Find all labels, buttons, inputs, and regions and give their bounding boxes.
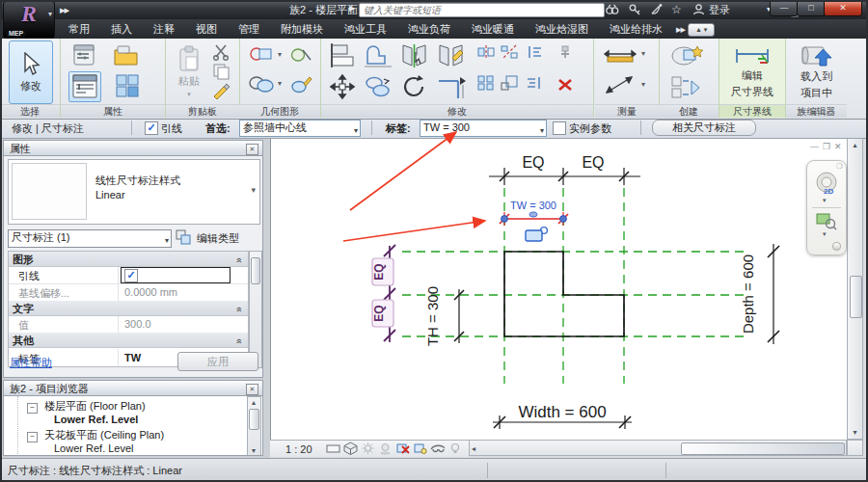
delete-icon[interactable] <box>556 77 574 93</box>
split-with-gap-icon[interactable] <box>437 42 466 67</box>
copy-element-icon[interactable] <box>364 75 393 98</box>
sun-path-icon[interactable] <box>361 442 375 455</box>
family-types-grid-icon[interactable] <box>115 73 140 98</box>
chevron-down-icon[interactable]: ▾ <box>823 230 827 238</box>
tab-hongye-load[interactable]: 鸿业负荷 <box>397 19 461 39</box>
match-type-icon[interactable] <box>212 83 233 100</box>
tab-view[interactable]: 视图 <box>185 19 228 39</box>
trim-corner-icon[interactable] <box>437 73 468 100</box>
split-element-icon[interactable] <box>400 42 429 67</box>
collapse-chevron-icon[interactable]: » <box>231 338 247 344</box>
maximize-button[interactable]: □ <box>797 0 826 16</box>
edit-type-icon[interactable] <box>176 229 193 246</box>
depth-dimension[interactable]: Depth = 600 <box>740 244 779 344</box>
tab-hongye-hvac[interactable]: 鸿业暖通 <box>461 19 525 39</box>
title-flyout-icon[interactable]: ▶ <box>349 4 355 13</box>
scroll-down-icon[interactable]: ▾ <box>848 428 862 437</box>
horizontal-scroll-thumb[interactable] <box>681 442 845 455</box>
minimize-button[interactable]: — <box>770 0 799 16</box>
section-other[interactable]: 其他» <box>9 333 248 348</box>
filter-select[interactable]: 尺寸标注 (1)▾ <box>8 229 172 248</box>
panel-clipboard-label[interactable]: 剪贴板 <box>166 104 239 118</box>
horizontal-scrollbar[interactable]: ◂ <box>469 440 847 456</box>
pin-icon[interactable] <box>556 44 574 60</box>
logo-dropdown-icon[interactable]: ▾ <box>48 10 52 18</box>
move-icon[interactable] <box>329 73 356 100</box>
tab-annotate[interactable]: 注释 <box>143 19 185 39</box>
paste-button[interactable]: 粘贴▾ <box>172 40 206 102</box>
user-icon[interactable] <box>692 3 706 16</box>
collapse-chevron-icon[interactable]: » <box>231 257 247 263</box>
properties-palette-icon[interactable] <box>68 71 101 102</box>
close-button[interactable]: ✕ <box>824 0 862 16</box>
signin-label[interactable]: 登录 <box>709 3 730 17</box>
tab-hongye-tools[interactable]: 鸿业工具 <box>334 19 397 39</box>
tag-select[interactable]: TW = 300▾ <box>420 120 547 137</box>
panel-create-label[interactable]: 创建 <box>659 104 719 118</box>
zoom-icon[interactable] <box>816 211 837 230</box>
scroll-up-icon[interactable]: ▴ <box>848 141 862 149</box>
tree-item-lower-ref-level-2[interactable]: Lower Ref. Level <box>54 442 134 454</box>
drawing-area[interactable]: EQ EQ TW = 300 EQ EQ TH = 300 <box>270 138 848 440</box>
join-icon[interactable] <box>247 73 276 94</box>
tree-item-lower-ref-level[interactable]: Lower Ref. Level <box>54 414 138 425</box>
browser-scrollbar[interactable]: ▴ ▾ <box>247 396 261 456</box>
section-graphics[interactable]: 图形» <box>9 252 248 267</box>
witness-grip[interactable] <box>560 216 567 223</box>
reveal-hidden-icon[interactable] <box>449 442 464 455</box>
binoculars-icon[interactable] <box>605 3 619 16</box>
panel-witness-label[interactable]: 尺寸界线 <box>719 104 785 118</box>
row-baseline-offset[interactable]: 基线偏移... 0.0000 mm <box>9 284 248 302</box>
cope-dropdown-icon[interactable]: ▾ <box>278 50 282 59</box>
scale-icon[interactable] <box>501 75 518 91</box>
navbar-options-icon[interactable] <box>832 242 841 251</box>
align-icon[interactable] <box>329 42 356 67</box>
eq-dimension-left[interactable]: EQ EQ <box>372 245 395 342</box>
family-types-icon[interactable] <box>72 43 97 68</box>
offset-icon[interactable] <box>364 42 393 67</box>
mirror-axis-icon[interactable] <box>501 44 518 60</box>
edit-witness-lines-button[interactable]: 编辑尺寸界线 <box>723 40 781 104</box>
edit-type-button[interactable]: 编辑类型 <box>197 231 239 246</box>
scroll-left-icon[interactable]: ◂ <box>472 444 475 453</box>
join-dropdown-icon[interactable]: ▾ <box>278 79 282 88</box>
type-selector[interactable]: 线性尺寸标注样式Linear ▾ <box>8 159 260 225</box>
measure-icon[interactable] <box>603 46 637 64</box>
mirror-icon[interactable] <box>477 44 495 60</box>
witness-grip[interactable] <box>502 216 508 223</box>
instance-parameter-checkbox[interactable] <box>553 121 566 135</box>
family-geometry[interactable] <box>504 252 624 336</box>
navbar-close-icon[interactable]: ❍ <box>836 162 843 171</box>
tree-collapse-icon[interactable]: − <box>27 403 38 414</box>
shadows-icon[interactable] <box>378 442 393 455</box>
leader-value-cell[interactable]: ✓ <box>121 267 231 283</box>
row-leader[interactable]: 引线 ✓ <box>9 267 248 284</box>
width-dimension[interactable]: Width = 600 <box>493 403 632 429</box>
leader-param-checkbox[interactable]: ✓ <box>124 269 138 282</box>
panel-properties-label[interactable]: 属性 <box>61 104 165 118</box>
dimension-icon[interactable] <box>603 73 637 96</box>
paint-icon[interactable] <box>289 75 314 94</box>
tab-hongye-psychro[interactable]: 鸿业焓湿图 <box>525 19 599 39</box>
related-dimensions-button[interactable]: 相关尺寸标注 <box>652 120 756 136</box>
quick-access-expand-icon[interactable]: ▸▸ <box>60 4 68 16</box>
tab-hongye-plumbing[interactable]: 鸿业给排水 <box>599 19 673 39</box>
detail-level-icon[interactable] <box>326 442 340 455</box>
panel-select-label[interactable]: 选择 <box>0 104 60 118</box>
tree-collapse-icon[interactable]: − <box>27 432 38 442</box>
apply-button[interactable]: 应用 <box>177 352 258 371</box>
crop-visibility-icon[interactable] <box>413 442 427 455</box>
create-group-icon[interactable] <box>670 42 705 69</box>
th-dimension[interactable]: TH = 300 <box>424 286 464 346</box>
chevron-down-icon[interactable]: ▾ <box>251 185 256 195</box>
eq-dimension-top[interactable]: EQ EQ <box>489 154 640 185</box>
vertical-scrollbar[interactable]: ▴ ▾ <box>847 138 863 440</box>
leader-checkbox[interactable]: ✓ <box>145 121 158 135</box>
align-dim-left-icon[interactable] <box>526 44 543 60</box>
panel-modify-label[interactable]: 修改 <box>321 104 593 118</box>
dimension-dropdown-icon[interactable]: ▾ <box>641 80 645 89</box>
panel-geometry-label[interactable]: 几何图形 <box>239 104 320 118</box>
tree-item-floor-plan[interactable]: − 楼层平面 (Floor Plan) <box>27 399 146 414</box>
copy-icon[interactable] <box>212 63 231 80</box>
ribbon-collapse-button[interactable]: ▲ ▾ <box>688 23 715 37</box>
